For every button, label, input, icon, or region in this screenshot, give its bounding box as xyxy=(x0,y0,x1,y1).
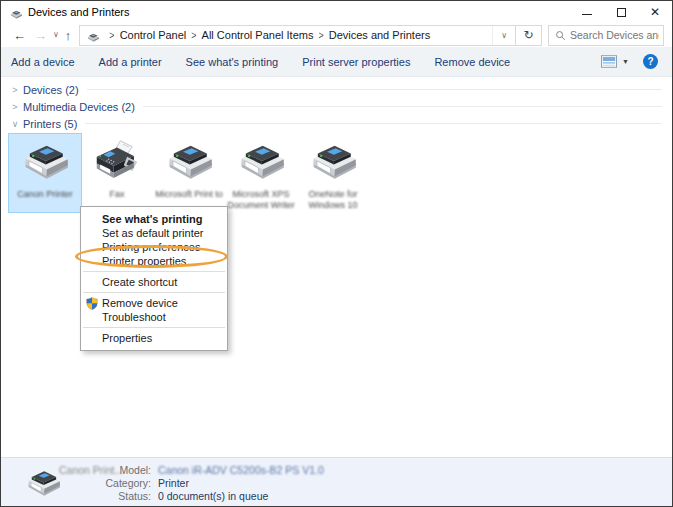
group-header-printers[interactable]: ∨ Printers (5) xyxy=(1,115,672,132)
search-box[interactable] xyxy=(548,25,664,46)
window-title: Devices and Printers xyxy=(28,6,570,18)
group-divider xyxy=(87,89,662,90)
printer-tile-canon[interactable]: Canon Printer xyxy=(9,134,81,212)
printer-tile-fax[interactable]: Fax xyxy=(81,134,153,212)
print-server-properties-button[interactable]: Print server properties xyxy=(302,56,410,68)
chevron-right-icon: > xyxy=(9,85,21,95)
group-header-multimedia-devices[interactable]: > Multimedia Devices (2) xyxy=(1,98,672,115)
forward-button[interactable]: → xyxy=(30,29,51,42)
recent-locations-button[interactable]: ∨ xyxy=(51,31,61,39)
menu-item-set-as-default-printer[interactable]: Set as default printer xyxy=(81,226,227,240)
breadcrumb-separator-icon: > xyxy=(318,29,323,41)
menu-item-printer-properties[interactable]: Printer properties xyxy=(81,254,227,268)
printer-icon xyxy=(234,138,288,184)
chevron-down-icon: ▼ xyxy=(622,58,629,65)
refresh-button[interactable]: ↻ xyxy=(516,25,542,46)
command-bar: Add a device Add a printer See what's pr… xyxy=(1,47,672,77)
menu-item-printing-preferences[interactable]: Printing preferences xyxy=(81,240,227,254)
add-a-printer-button[interactable]: Add a printer xyxy=(99,56,162,68)
breadcrumb-separator-icon: > xyxy=(191,29,196,41)
devices-and-printers-icon xyxy=(9,6,23,18)
printer-icon xyxy=(18,138,72,184)
view-options-icon xyxy=(601,55,617,68)
printer-icon xyxy=(162,138,216,184)
devices-and-printers-window: Devices and Printers ✕ ← → ∨ ↑ > Control… xyxy=(0,0,673,507)
breadcrumb-separator-icon: > xyxy=(109,29,114,41)
printer-icon xyxy=(306,138,360,184)
group-header-devices[interactable]: > Devices (2) xyxy=(1,81,672,98)
devices-and-printers-icon xyxy=(86,29,100,41)
breadcrumb-all-control-panel-items[interactable]: All Control Panel Items xyxy=(202,29,314,41)
group-divider xyxy=(143,106,662,107)
printer-name: Fax xyxy=(109,189,124,200)
minimize-button[interactable] xyxy=(570,1,604,23)
search-icon xyxy=(555,30,566,41)
minimize-icon xyxy=(582,14,592,15)
breadcrumb-devices-and-printers[interactable]: Devices and Printers xyxy=(329,29,431,41)
printer-name: Microsoft XPS Document Writer xyxy=(227,189,295,211)
refresh-icon: ↻ xyxy=(523,28,533,42)
remove-device-button[interactable]: Remove device xyxy=(434,56,510,68)
forward-arrow-icon: → xyxy=(34,28,47,43)
search-input[interactable] xyxy=(570,29,659,41)
address-row: ← → ∨ ↑ > Control Panel > All Control Pa… xyxy=(1,23,672,47)
chevron-right-icon: > xyxy=(9,102,21,112)
chevron-down-icon: ∨ xyxy=(501,31,507,40)
uac-shield-icon xyxy=(86,297,98,310)
up-arrow-icon: ↑ xyxy=(65,28,72,43)
detail-row-status: Status: 0 document(s) in queue xyxy=(91,489,324,502)
help-icon: ? xyxy=(647,56,653,67)
history-chevron-icon: ∨ xyxy=(53,30,59,39)
menu-separator xyxy=(83,292,225,293)
breadcrumb-control-panel[interactable]: Control Panel xyxy=(120,29,187,41)
close-button[interactable]: ✕ xyxy=(638,1,672,23)
close-icon: ✕ xyxy=(650,6,660,18)
address-dropdown-button[interactable]: ∨ xyxy=(492,26,515,45)
printers-list: Canon Printer Fax Microsoft Print to Mic… xyxy=(1,134,672,212)
breadcrumb: > Control Panel > All Control Panel Item… xyxy=(104,29,492,41)
help-button[interactable]: ? xyxy=(643,54,658,69)
printer-icon xyxy=(23,466,63,499)
printer-name: Microsoft Print to xyxy=(155,189,223,200)
title-bar: Devices and Printers ✕ xyxy=(1,1,672,23)
fax-icon xyxy=(90,138,144,184)
printer-tile-xps-document-writer[interactable]: Microsoft XPS Document Writer xyxy=(225,134,297,212)
group-divider xyxy=(85,123,662,124)
menu-item-properties[interactable]: Properties xyxy=(81,331,227,345)
add-a-device-button[interactable]: Add a device xyxy=(11,56,75,68)
address-bar[interactable]: > Control Panel > All Control Panel Item… xyxy=(79,25,516,46)
menu-separator xyxy=(83,271,225,272)
detail-row-model: Model: Canon iR-ADV C5200s-B2 PS V1.0 xyxy=(91,463,324,476)
menu-separator xyxy=(83,327,225,328)
printer-tile-onenote[interactable]: OneNote for Windows 10 xyxy=(297,134,369,212)
printer-tile-microsoft-print-to[interactable]: Microsoft Print to xyxy=(153,134,225,212)
detail-row-category: Category: Printer xyxy=(91,476,324,489)
change-view-button[interactable]: ▼ xyxy=(601,55,629,68)
back-arrow-icon: ← xyxy=(13,28,26,43)
see-whats-printing-button[interactable]: See what's printing xyxy=(186,56,279,68)
context-menu: See what's printing Set as default print… xyxy=(80,206,228,351)
up-button[interactable]: ↑ xyxy=(61,29,76,42)
menu-item-create-shortcut[interactable]: Create shortcut xyxy=(81,275,227,289)
chevron-down-icon: ∨ xyxy=(9,119,21,129)
menu-item-troubleshoot[interactable]: Troubleshoot xyxy=(81,310,227,324)
details-pane: Canon Print... Model: Canon iR-ADV C5200… xyxy=(1,457,672,506)
printer-name: OneNote for Windows 10 xyxy=(299,189,367,211)
device-details: Model: Canon iR-ADV C5200s-B2 PS V1.0 Ca… xyxy=(91,463,324,502)
menu-item-see-whats-printing[interactable]: See what's printing xyxy=(81,212,227,226)
menu-item-remove-device[interactable]: Remove device xyxy=(81,296,227,310)
printer-name: Canon Printer xyxy=(17,189,73,200)
maximize-button[interactable] xyxy=(604,1,638,23)
maximize-icon xyxy=(617,8,626,17)
back-button[interactable]: ← xyxy=(9,29,30,42)
